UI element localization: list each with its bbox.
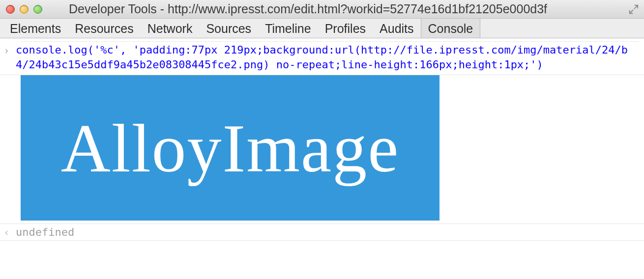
console-input-row[interactable]: › console.log('%c', 'padding:77px 219px;… <box>0 42 644 75</box>
console-return-value: undefined <box>16 226 74 238</box>
tab-label: Console <box>428 22 473 36</box>
devtools-tabs: Elements Resources Network Sources Timel… <box>0 19 644 38</box>
tab-label: Profiles <box>325 22 366 36</box>
tab-profiles[interactable]: Profiles <box>318 19 373 38</box>
tab-sources[interactable]: Sources <box>199 19 258 38</box>
prompt-icon: › <box>5 43 16 56</box>
alloy-image-banner: AlloyImage <box>21 75 439 221</box>
console-panel: › console.log('%c', 'padding:77px 219px;… <box>0 38 644 241</box>
window-titlebar: Developer Tools - http://www.ipresst.com… <box>0 0 644 19</box>
alloy-image-text: AlloyImage <box>61 109 400 188</box>
tab-label: Resources <box>75 22 134 36</box>
tab-network[interactable]: Network <box>141 19 200 38</box>
tab-elements[interactable]: Elements <box>3 19 68 38</box>
tab-timeline[interactable]: Timeline <box>258 19 318 38</box>
tab-audits[interactable]: Audits <box>373 19 420 38</box>
tab-console[interactable]: Console <box>421 19 481 38</box>
tab-label: Elements <box>10 22 61 36</box>
tab-label: Sources <box>206 22 251 36</box>
tab-resources[interactable]: Resources <box>68 19 141 38</box>
console-input-code: console.log('%c', 'padding:77px 219px;ba… <box>16 43 639 72</box>
tab-label: Timeline <box>265 22 311 36</box>
console-image-output-row: AlloyImage <box>0 75 644 224</box>
window-title: Developer Tools - http://www.ipresst.com… <box>0 2 644 16</box>
tab-label: Network <box>147 22 193 36</box>
expand-icon[interactable] <box>628 4 639 15</box>
tab-label: Audits <box>380 22 413 36</box>
return-arrow-icon: ‹ <box>5 226 16 238</box>
console-return-row: ‹ undefined <box>0 224 644 241</box>
